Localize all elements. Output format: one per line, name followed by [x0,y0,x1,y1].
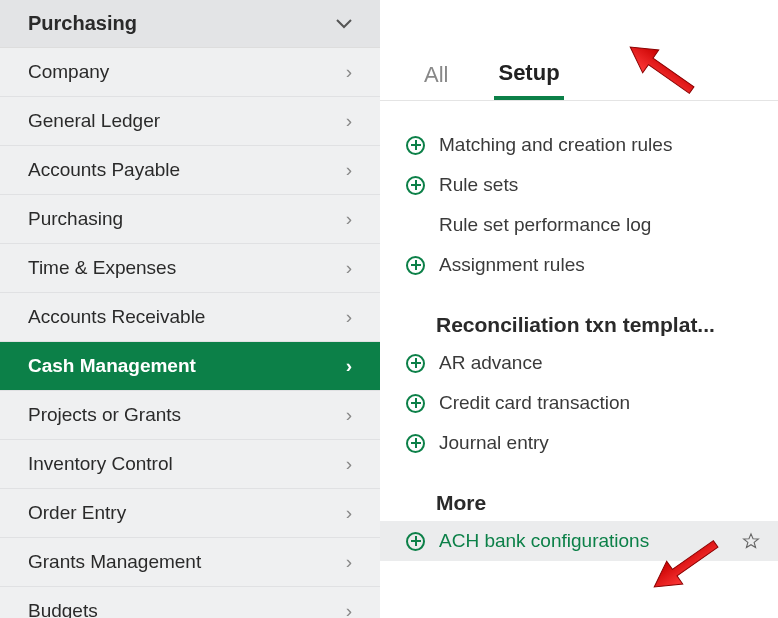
chevron-down-icon [336,13,352,34]
plus-icon[interactable] [406,176,425,195]
list-item-label: Rule set performance log [439,214,651,236]
sidebar-item-label: Company [28,61,109,83]
list-item-ach-bank-config[interactable]: ACH bank configurations [380,521,778,561]
chevron-right-icon: › [346,355,352,377]
plus-icon[interactable] [406,354,425,373]
sidebar-item-general-ledger[interactable]: General Ledger › [0,97,380,146]
chevron-right-icon: › [346,159,352,181]
section-heading-reconciliation: Reconciliation txn templat... [380,285,778,343]
sidebar-item-label: General Ledger [28,110,160,132]
setup-list: Matching and creation rules Rule sets Ru… [380,101,778,561]
sidebar-item-accounts-receivable[interactable]: Accounts Receivable › [0,293,380,342]
chevron-right-icon: › [346,404,352,426]
sidebar-item-label: Inventory Control [28,453,173,475]
list-item-label: Rule sets [439,174,518,196]
sidebar: Purchasing Company › General Ledger › Ac… [0,0,380,618]
sidebar-item-order-entry[interactable]: Order Entry › [0,489,380,538]
list-item-label: AR advance [439,352,543,374]
tab-setup[interactable]: Setup [494,60,563,100]
chevron-right-icon: › [346,551,352,573]
list-item-matching-rules[interactable]: Matching and creation rules [380,125,778,165]
chevron-right-icon: › [346,208,352,230]
sidebar-item-budgets[interactable]: Budgets › [0,587,380,618]
list-item-rule-sets[interactable]: Rule sets [380,165,778,205]
sidebar-header-label: Purchasing [28,12,137,35]
sidebar-item-label: Accounts Payable [28,159,180,181]
chevron-right-icon: › [346,502,352,524]
plus-icon[interactable] [406,136,425,155]
tabs: All Setup [380,0,778,101]
plus-spacer [406,216,425,235]
sidebar-item-label: Grants Management [28,551,201,573]
list-item-label: Journal entry [439,432,549,454]
sidebar-item-inventory-control[interactable]: Inventory Control › [0,440,380,489]
list-item-label: Assignment rules [439,254,585,276]
tab-all[interactable]: All [420,62,452,100]
chevron-right-icon: › [346,600,352,618]
sidebar-item-projects-grants[interactable]: Projects or Grants › [0,391,380,440]
chevron-right-icon: › [346,61,352,83]
list-item-rule-set-perf-log[interactable]: Rule set performance log [380,205,778,245]
sidebar-item-company[interactable]: Company › [0,48,380,97]
list-item-label: ACH bank configurations [439,530,649,552]
chevron-right-icon: › [346,110,352,132]
plus-icon[interactable] [406,532,425,551]
sidebar-item-label: Budgets [28,600,98,618]
sidebar-item-time-expenses[interactable]: Time & Expenses › [0,244,380,293]
chevron-right-icon: › [346,306,352,328]
chevron-right-icon: › [346,257,352,279]
sidebar-item-label: Time & Expenses [28,257,176,279]
list-item-assignment-rules[interactable]: Assignment rules [380,245,778,285]
sidebar-item-grants-management[interactable]: Grants Management › [0,538,380,587]
sidebar-item-label: Order Entry [28,502,126,524]
sidebar-item-label: Purchasing [28,208,123,230]
section-heading-more: More [380,463,778,521]
sidebar-item-label: Cash Management [28,355,196,377]
sidebar-header[interactable]: Purchasing [0,0,380,48]
plus-icon[interactable] [406,434,425,453]
chevron-right-icon: › [346,453,352,475]
plus-icon[interactable] [406,256,425,275]
plus-icon[interactable] [406,394,425,413]
sidebar-item-purchasing[interactable]: Purchasing › [0,195,380,244]
list-item-ar-advance[interactable]: AR advance [380,343,778,383]
main-panel: All Setup Matching and creation rules Ru… [380,0,778,618]
sidebar-item-accounts-payable[interactable]: Accounts Payable › [0,146,380,195]
sidebar-item-label: Projects or Grants [28,404,181,426]
sidebar-item-label: Accounts Receivable [28,306,205,328]
sidebar-item-cash-management[interactable]: Cash Management › [0,342,380,391]
list-item-credit-card[interactable]: Credit card transaction [380,383,778,423]
list-item-label: Matching and creation rules [439,134,672,156]
list-item-label: Credit card transaction [439,392,630,414]
star-icon[interactable] [742,532,760,550]
list-item-journal-entry[interactable]: Journal entry [380,423,778,463]
